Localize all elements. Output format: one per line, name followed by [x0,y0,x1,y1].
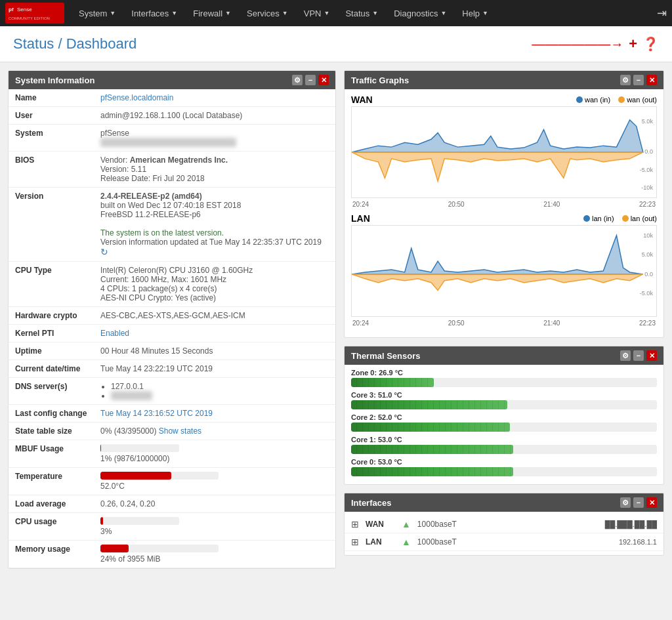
left-column: System Information ⚙ − ✕ Name pfSense.lo… [8,70,336,569]
table-row: Hardware crypto AES-CBC,AES-XTS,AES-GCM,… [9,307,335,325]
help-button[interactable]: ❓ [642,36,659,52]
thermal-sensor-row: Core 1: 53.0 °C [351,436,657,454]
system-info-title: System Information [15,75,94,85]
nav-help[interactable]: Help ▼ [454,0,496,26]
breadcrumb: Status / Dashboard [13,35,136,52]
main-content: System Information ⚙ − ✕ Name pfSense.lo… [0,62,672,577]
traffic-minimize-icon[interactable]: − [633,75,644,85]
chevron-down-icon: ▼ [324,10,330,16]
lan-time-labels: 20:24 20:50 21:40 22:23 [351,320,657,327]
minimize-icon[interactable]: − [305,75,316,85]
table-row: CPU Type Intel(R) Celeron(R) CPU J3160 @… [9,262,335,307]
thermal-sensor-row: Zone 0: 26.9 °C [351,369,657,387]
thermal-panel-controls: ⚙ − ✕ [620,350,657,361]
traffic-close-icon[interactable]: ✕ [646,75,657,85]
thermal-bar [351,423,657,432]
svg-text:5.0k: 5.0k [642,251,654,258]
chevron-down-icon: ▼ [372,10,378,16]
traffic-graphs-title: Traffic Graphs [351,75,409,85]
close-icon[interactable]: ✕ [318,75,329,85]
wan-graph-header: WAN wan (in) wan (out) [351,94,657,105]
thermal-minimize-icon[interactable]: − [633,350,644,361]
thermal-gear-icon[interactable]: ⚙ [620,350,631,361]
nav-firewall[interactable]: Firewall ▼ [185,0,239,26]
nav-vpn[interactable]: VPN ▼ [296,0,338,26]
nav-system[interactable]: System ▼ [71,0,123,26]
mbuf-progress [100,444,179,452]
temp-progress [100,472,219,480]
traffic-graphs-heading: Traffic Graphs ⚙ − ✕ [345,71,663,89]
arrow-icon: ——————→ [532,37,623,52]
system-info-heading: System Information ⚙ − ✕ [9,71,335,89]
interfaces-minimize-icon[interactable]: − [633,497,644,508]
wan-in-dot [576,96,583,103]
interface-icon: ⊞ [351,537,359,547]
interface-name: WAN [366,520,395,529]
thermal-bar [351,400,657,409]
cpu-progress [100,517,179,525]
nav-diagnostics[interactable]: Diagnostics ▼ [386,0,454,26]
lan-graph-header: LAN lan (in) lan (out) [351,213,657,224]
nav-status[interactable]: Status ▼ [337,0,386,26]
table-row: Version 2.4.4-RELEASE-p2 (amd64) built o… [9,188,335,262]
traffic-graphs-panel: Traffic Graphs ⚙ − ✕ WAN wan (in) [344,70,664,338]
interface-status-icon: ▲ [402,537,411,547]
interface-icon: ⊞ [351,519,359,529]
table-row: DNS server(s) 127.0.0.1 192.168.x.1 [9,378,335,405]
table-row: User admin@192.168.1.100 (Local Database… [9,107,335,125]
thermal-close-icon[interactable]: ✕ [646,350,657,361]
svg-text:5.0k: 5.0k [642,118,654,125]
interface-ip: 192.168.1.1 [619,538,657,546]
thermal-sensor-row: Core 0: 53.0 °C [351,458,657,476]
svg-text:-5.0k: -5.0k [640,167,654,173]
interface-name: LAN [366,537,395,547]
svg-text:0.0: 0.0 [644,271,653,278]
chevron-down-icon: ▼ [440,10,446,16]
svg-text:pf: pf [9,7,14,12]
thermal-bar [351,378,657,387]
svg-text:0.0: 0.0 [644,148,653,155]
table-row: Name pfSense.localdomain [9,89,335,107]
table-row: Current date/time Tue May 14 23:22:19 UT… [9,360,335,378]
traffic-gear-icon[interactable]: ⚙ [620,75,631,85]
panel-controls: ⚙ − ✕ [292,75,329,85]
svg-text:-10k: -10k [641,184,653,191]
nav-services[interactable]: Services ▼ [239,0,296,26]
interface-ip: ██.███.██.██ [605,520,657,528]
wan-time-labels: 20:24 20:50 21:40 22:23 [351,201,657,208]
interface-row: ⊞ LAN ▲ 1000baseT 192.168.1.1 [345,533,663,551]
interface-speed: 1000baseT [417,537,612,547]
thermal-sensor-row: Core 3: 51.0 °C [351,391,657,409]
thermal-sensors-panel: Thermal Sensors ⚙ − ✕ Zone 0: 26.9 °C Co… [344,346,664,485]
interfaces-panel: Interfaces ⚙ − ✕ ⊞ WAN ▲ 1000baseT ██.██… [344,493,664,556]
table-row: Kernel PTI Enabled [9,325,335,342]
table-row: MBUF Usage 1% (9876/1000000) [9,440,335,468]
lan-in-dot [583,215,590,222]
gear-icon[interactable]: ⚙ [292,75,303,85]
thermal-bar [351,467,657,476]
traffic-body: WAN wan (in) wan (out) [345,89,663,337]
show-states-link[interactable]: Show states [159,426,201,436]
interfaces-close-icon[interactable]: ✕ [646,497,657,508]
add-widget-button[interactable]: + [629,37,637,51]
navbar: pf Sense COMMUNITY EDITION System ▼ Inte… [0,0,672,26]
brand-logo[interactable]: pf Sense COMMUNITY EDITION [5,3,64,24]
table-row: Temperature 52.0°C [9,468,335,495]
right-column: Traffic Graphs ⚙ − ✕ WAN wan (in) [344,70,664,569]
refresh-icon[interactable]: ↻ [100,247,108,257]
chevron-down-icon: ▼ [482,10,488,16]
interfaces-gear-icon[interactable]: ⚙ [620,497,631,508]
nav-logout-icon[interactable]: ⇥ [657,6,667,20]
thermal-body: Zone 0: 26.9 °C Core 3: 51.0 °C Core 2: … [345,365,663,484]
system-info-table: Name pfSense.localdomain User admin@192.… [9,89,335,568]
system-info-panel: System Information ⚙ − ✕ Name pfSense.lo… [8,70,336,569]
chevron-down-icon: ▼ [282,10,288,16]
table-row: State table size 0% (43/395000) Show sta… [9,423,335,440]
svg-rect-0 [5,3,64,24]
system-info-body: Name pfSense.localdomain User admin@192.… [9,89,335,568]
svg-text:-5.0k: -5.0k [640,291,654,297]
svg-text:Sense: Sense [17,7,32,12]
interfaces-heading: Interfaces ⚙ − ✕ [345,493,663,512]
nav-interfaces[interactable]: Interfaces ▼ [123,0,185,26]
chevron-down-icon: ▼ [110,10,116,16]
